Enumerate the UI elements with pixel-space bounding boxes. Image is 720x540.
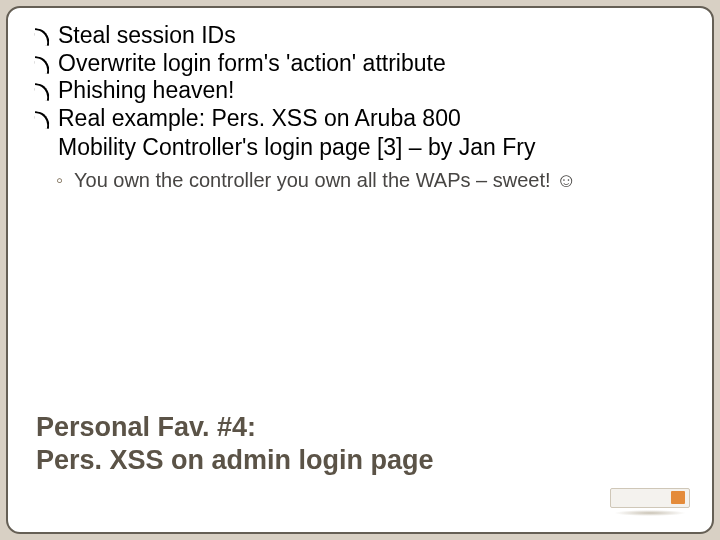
device-body [610, 488, 690, 508]
device-shadow [614, 510, 686, 516]
device-accent [671, 491, 685, 504]
slide-frame: Steal session IDs Overwrite login form's… [6, 6, 714, 534]
title-line-1: Personal Fav. #4: [36, 412, 256, 442]
title-line-2: Pers. XSS on admin login page [36, 445, 434, 475]
bullet-4-continuation: Mobility Controller's login page [3] – b… [34, 134, 686, 162]
slide-outer: Steal session IDs Overwrite login form's… [0, 0, 720, 540]
bullet-3: Phishing heaven! [34, 77, 686, 105]
device-image [610, 488, 690, 516]
bullet-4: Real example: Pers. XSS on Aruba 800 [34, 105, 686, 133]
bullet-2: Overwrite login form's 'action' attribut… [34, 50, 686, 78]
slide-title: Personal Fav. #4: Pers. XSS on admin log… [36, 411, 684, 476]
bullet-list: Steal session IDs Overwrite login form's… [34, 22, 686, 132]
bullet-1: Steal session IDs [34, 22, 686, 50]
sub-bullet: You own the controller you own all the W… [34, 168, 686, 193]
